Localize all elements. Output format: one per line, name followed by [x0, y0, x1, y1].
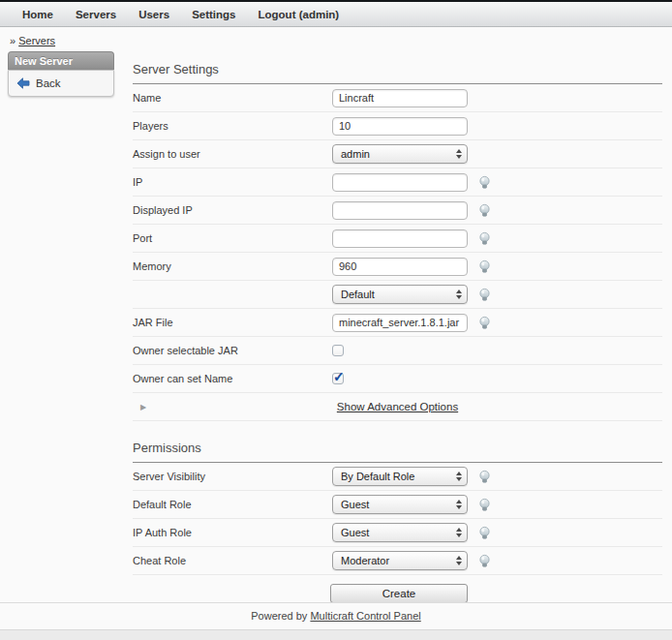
multicraft-link[interactable]: Multicraft Control Panel	[310, 610, 420, 622]
form-row-assign-to-user: Assign to useradmin	[133, 140, 662, 168]
form-row-default-role: Default RoleGuest	[133, 491, 662, 519]
assign-to-user-select[interactable]: admin	[332, 144, 468, 164]
help-lightbulb-icon[interactable]	[477, 498, 492, 512]
form-row-owner-can-set-name: Owner can set Name	[133, 365, 662, 393]
field-label-displayed-ip: Displayed IP	[133, 204, 332, 216]
help-lightbulb-icon[interactable]	[477, 554, 492, 568]
field-label-players: Players	[133, 120, 332, 132]
field-label-assign-to-user: Assign to user	[133, 148, 332, 160]
ip-auth-role-select[interactable]: Guest	[332, 523, 468, 542]
form-row-port: Port	[133, 225, 662, 253]
assign-to-user-select-value: admin	[341, 148, 370, 160]
breadcrumb-separator: »	[10, 35, 15, 46]
arrow-left-icon	[16, 77, 30, 89]
players-input[interactable]	[332, 117, 468, 136]
top-navbar: Home Servers Users Settings Logout (admi…	[0, 0, 672, 27]
back-label: Back	[36, 77, 61, 89]
owner-selectable-jar-checkbox[interactable]	[332, 345, 344, 356]
field-label-server-visibility: Server Visibility	[133, 471, 332, 482]
name-input[interactable]	[332, 89, 468, 107]
server-settings-section: Server Settings NamePlayersAssign to use…	[133, 56, 662, 421]
breadcrumb-link-servers[interactable]: Servers	[18, 35, 55, 46]
help-lightbulb-icon[interactable]	[477, 231, 492, 246]
owner-can-set-name-checkbox[interactable]	[332, 373, 344, 384]
field-label-cheat-role: Cheat Role	[133, 555, 332, 566]
help-lightbulb-icon[interactable]	[477, 470, 492, 484]
form-row-server-visibility: Server VisibilityBy Default Role	[133, 463, 662, 491]
up-down-arrows-icon	[456, 500, 462, 509]
show-advanced-options-link[interactable]: Show Advanced Options	[133, 401, 662, 412]
bottom-strip	[0, 629, 672, 640]
up-down-arrows-icon	[456, 556, 462, 565]
form-row-memory: Memory	[133, 253, 662, 281]
nav-item-settings[interactable]: Settings	[187, 9, 240, 20]
back-button[interactable]: Back	[9, 75, 113, 92]
help-lightbulb-icon[interactable]	[477, 288, 492, 302]
field-label-ip: IP	[133, 176, 332, 188]
footer-text: Powered by Multicraft Control Panel	[0, 603, 672, 629]
server-settings-rows: NamePlayersAssign to useradminIPDisplaye…	[133, 84, 662, 393]
form-row-name: Name	[133, 84, 662, 112]
permissions-section: Permissions Server VisibilityBy Default …	[133, 435, 662, 615]
jar-default-select-value: Default	[341, 289, 375, 300]
breadcrumb: » Servers	[0, 27, 672, 51]
displayed-ip-input[interactable]	[332, 201, 468, 220]
jar-default-select[interactable]: Default	[332, 285, 468, 304]
help-lightbulb-icon[interactable]	[477, 316, 492, 330]
nav-item-servers[interactable]: Servers	[71, 9, 121, 20]
form-row-displayed-ip: Displayed IP	[133, 197, 662, 225]
up-down-arrows-icon	[456, 472, 462, 481]
field-label-owner-can-set-name: Owner can set Name	[133, 373, 332, 384]
field-label-port: Port	[133, 232, 332, 244]
permissions-heading: Permissions	[133, 435, 662, 463]
field-label-owner-selectable-jar: Owner selectable JAR	[133, 345, 332, 356]
help-lightbulb-icon[interactable]	[477, 203, 492, 218]
field-label-memory: Memory	[133, 260, 332, 272]
sidebar-body: Back	[8, 70, 114, 97]
help-lightbulb-icon[interactable]	[477, 259, 492, 274]
powered-by-label: Powered by	[251, 610, 307, 622]
multicraft-new-server-page: Home Servers Users Settings Logout (admi…	[0, 0, 672, 640]
up-down-arrows-icon	[456, 290, 462, 299]
nav-item-users[interactable]: Users	[134, 9, 174, 20]
ip-input[interactable]	[332, 173, 468, 192]
field-label-default-role: Default Role	[133, 499, 332, 510]
create-button[interactable]: Create	[330, 584, 468, 603]
advanced-options-row: ▶ Show Advanced Options	[133, 393, 662, 421]
help-lightbulb-icon[interactable]	[477, 175, 492, 190]
permissions-rows: Server VisibilityBy Default RoleDefault …	[133, 463, 662, 575]
memory-input[interactable]	[332, 258, 468, 276]
default-role-select[interactable]: Guest	[332, 495, 468, 514]
sidebar: New Server Back	[8, 51, 114, 97]
up-down-arrows-icon	[456, 528, 462, 537]
field-label-ip-auth-role: IP Auth Role	[133, 527, 332, 538]
main-content: Server Settings NamePlayersAssign to use…	[133, 51, 662, 615]
field-label-jar-file: JAR File	[133, 317, 332, 328]
default-role-select-value: Guest	[341, 499, 369, 510]
nav-item-logout[interactable]: Logout (admin)	[254, 9, 345, 20]
form-row-ip: IP	[133, 168, 662, 197]
form-row-owner-selectable-jar: Owner selectable JAR	[133, 337, 662, 365]
sidebar-title: New Server	[8, 51, 114, 70]
port-input[interactable]	[332, 229, 468, 248]
form-row-ip-auth-role: IP Auth RoleGuest	[133, 519, 662, 547]
help-lightbulb-icon[interactable]	[477, 526, 492, 540]
form-row-cheat-role: Cheat RoleModerator	[133, 547, 662, 575]
nav-item-home[interactable]: Home	[17, 9, 58, 20]
ip-auth-role-select-value: Guest	[341, 527, 369, 538]
server-visibility-select-value: By Default Role	[341, 471, 414, 482]
footer: Powered by Multicraft Control Panel	[0, 602, 672, 640]
server-settings-heading: Server Settings	[133, 56, 662, 84]
jar-file-input[interactable]	[332, 314, 468, 332]
form-row-jar-file: JAR File	[133, 309, 662, 337]
field-label-name: Name	[133, 92, 332, 104]
server-visibility-select[interactable]: By Default Role	[332, 467, 468, 486]
form-row-jar-default: Default	[133, 281, 662, 309]
form-row-players: Players	[133, 112, 662, 140]
up-down-arrows-icon	[456, 149, 462, 159]
content-layout: New Server Back Server Settings NamePlay…	[0, 51, 672, 615]
cheat-role-select[interactable]: Moderator	[332, 551, 468, 570]
cheat-role-select-value: Moderator	[341, 555, 389, 566]
